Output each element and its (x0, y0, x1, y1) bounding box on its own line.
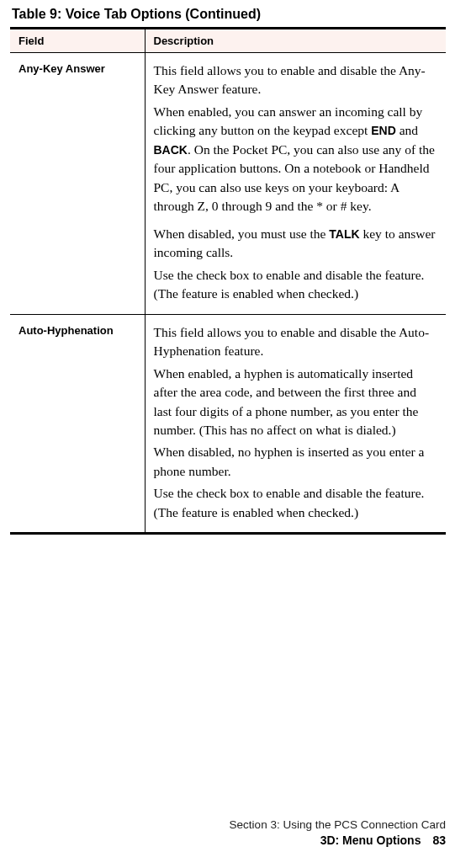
table-header-row: Field Description (10, 29, 446, 53)
description-any-key-answer: This field allows you to enable and disa… (145, 53, 446, 315)
table-row: Any-Key Answer This field allows you to … (10, 53, 446, 315)
header-description: Description (145, 29, 446, 53)
keyword-end: END (371, 124, 396, 137)
text: and (396, 123, 418, 137)
breadcrumb: 3D: Menu Options83 (230, 833, 446, 849)
paragraph: This field allows you to enable and disa… (154, 61, 438, 99)
paragraph: When disabled, you must use the TALK key… (154, 225, 438, 263)
header-field: Field (10, 29, 145, 53)
paragraph: When disabled, no hyphen is inserted as … (154, 443, 438, 481)
field-auto-hyphenation: Auto-Hyphenation (10, 314, 145, 534)
section-label: Section 3: Using the PCS Connection Card (230, 817, 446, 833)
text: When disabled, you must use the (154, 226, 330, 241)
breadcrumb-text: 3D: Menu Options (320, 833, 421, 847)
options-table: Field Description Any-Key Answer This fi… (10, 27, 446, 535)
paragraph: When enabled, you can answer an incoming… (154, 103, 438, 216)
description-auto-hyphenation: This field allows you to enable and disa… (145, 314, 446, 534)
page-number: 83 (432, 833, 446, 847)
keyword-back: BACK (154, 143, 188, 157)
paragraph: Use the check box to enable and disable … (154, 484, 438, 522)
table-row: Auto-Hyphenation This field allows you t… (10, 314, 446, 534)
field-any-key-answer: Any-Key Answer (10, 53, 145, 315)
paragraph: This field allows you to enable and disa… (154, 323, 438, 361)
table-title: Table 9: Voice Tab Options (Continued) (12, 7, 446, 22)
keyword-talk: TALK (329, 227, 359, 241)
paragraph: Use the check box to enable and disable … (154, 266, 438, 304)
page-footer: Section 3: Using the PCS Connection Card… (230, 817, 446, 849)
text: . On the Pocket PC, you can also use any… (154, 142, 435, 213)
paragraph: When enabled, a hyphen is automatically … (154, 365, 438, 440)
